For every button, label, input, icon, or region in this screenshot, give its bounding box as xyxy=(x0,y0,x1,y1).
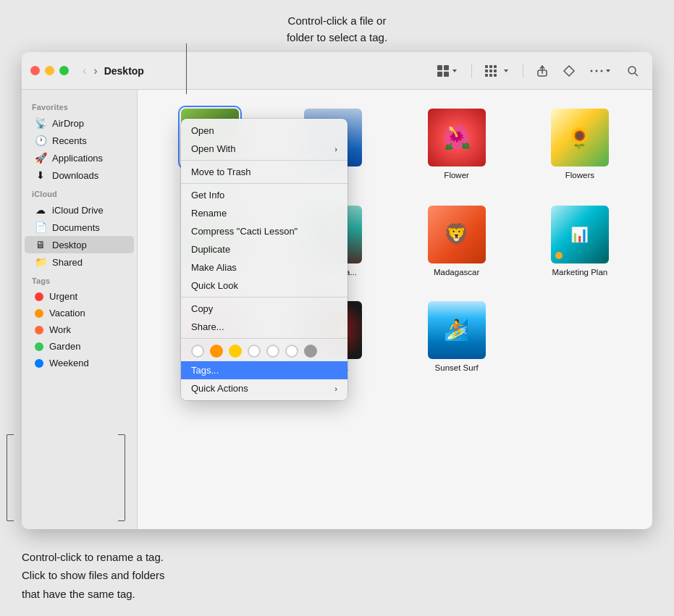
more-button[interactable] xyxy=(586,64,616,77)
svg-rect-11 xyxy=(485,74,488,77)
file-area: 🌵 Cacti L... DISTRICT📋 🌺 Flower xyxy=(138,90,652,529)
svg-marker-14 xyxy=(504,69,508,72)
tag-color-none[interactable] xyxy=(191,345,204,358)
menu-item-copy[interactable]: Copy xyxy=(181,300,347,318)
menu-item-duplicate[interactable]: Duplicate xyxy=(181,240,347,258)
toolbar-divider-2 xyxy=(523,64,523,78)
tags-label: Tags xyxy=(22,271,137,288)
file-name-flower: Flower xyxy=(444,170,469,181)
file-item-flowers[interactable]: 🌻 Flowers xyxy=(522,104,638,187)
menu-item-make-alias[interactable]: Make Alias xyxy=(181,258,347,277)
sidebar-item-label: Shared xyxy=(52,257,83,268)
file-thumb-sunset: 🏄 xyxy=(428,301,486,359)
tag-colors-row xyxy=(181,341,347,361)
view-grid-button[interactable] xyxy=(432,62,463,80)
menu-item-quick-look[interactable]: Quick Look xyxy=(181,277,347,295)
back-button[interactable]: ‹ xyxy=(79,63,90,79)
sidebar-item-recents[interactable]: 🕐 Recents xyxy=(25,132,134,149)
file-name-marketing: Marketing Plan xyxy=(552,267,608,278)
file-item-sunset[interactable]: 🏄 Sunset Surf xyxy=(399,297,515,378)
weekend-tag-dot xyxy=(35,359,43,368)
finder-window: ‹ › Desktop xyxy=(22,52,652,529)
tag-color-yellow[interactable] xyxy=(229,345,242,358)
open-with-arrow: › xyxy=(334,145,337,153)
svg-rect-9 xyxy=(489,69,492,72)
sidebar-item-applications[interactable]: 🚀 Applications xyxy=(25,149,134,166)
toolbar-divider-1 xyxy=(471,64,472,78)
menu-item-share[interactable]: Share... xyxy=(181,318,347,336)
sidebar-item-label: iCloud Drive xyxy=(52,205,104,216)
menu-item-compress[interactable]: Compress "Cacti Lesson" xyxy=(181,222,347,240)
downloads-icon: ⬇ xyxy=(35,169,46,181)
tag-button[interactable] xyxy=(558,62,580,80)
sidebar-item-desktop[interactable]: 🖥 Desktop xyxy=(25,236,134,253)
file-item-marketing[interactable]: 📊 Marketing Plan xyxy=(522,201,638,282)
file-name-sunset: Sunset Surf xyxy=(435,363,479,374)
minimize-button[interactable] xyxy=(45,66,54,75)
menu-item-open[interactable]: Open xyxy=(181,122,347,140)
sidebar-item-tag-garden[interactable]: Garden xyxy=(25,338,134,355)
context-menu: Open Open With › Move to Trash Get Info … xyxy=(181,119,347,400)
svg-rect-13 xyxy=(494,74,497,77)
sidebar-item-label: Applications xyxy=(52,153,103,164)
airdrop-icon: 📡 xyxy=(35,117,46,129)
toolbar-right xyxy=(432,62,644,80)
sidebar-item-tag-urgent[interactable]: Urgent xyxy=(25,288,134,305)
sidebar-item-label: Documents xyxy=(52,222,100,233)
file-thumb-flower: 🌺 xyxy=(428,109,486,166)
desktop-icon: 🖥 xyxy=(35,239,46,250)
close-button[interactable] xyxy=(30,66,40,75)
sidebar-item-airdrop[interactable]: 📡 AirDrop xyxy=(25,114,134,132)
svg-point-19 xyxy=(601,69,603,72)
sidebar-item-icloud-drive[interactable]: ☁ iCloud Drive xyxy=(25,201,134,219)
bracket-left xyxy=(7,434,14,521)
menu-item-move-trash[interactable]: Move to Trash xyxy=(181,163,347,181)
share-button[interactable] xyxy=(532,62,552,80)
sidebar-item-tag-vacation[interactable]: Vacation xyxy=(25,305,134,321)
tag-color-empty-3[interactable] xyxy=(266,345,279,358)
separator-4 xyxy=(181,338,347,339)
svg-rect-3 xyxy=(444,72,449,77)
sidebar-item-tag-weekend[interactable]: Weekend xyxy=(25,355,134,371)
svg-rect-10 xyxy=(494,69,497,72)
vacation-tag-dot xyxy=(35,309,43,318)
tag-color-gray[interactable] xyxy=(304,345,317,358)
separator-3 xyxy=(181,297,347,298)
menu-item-quick-actions[interactable]: Quick Actions › xyxy=(181,379,347,397)
sidebar-item-label: Work xyxy=(49,324,71,335)
recents-icon: 🕐 xyxy=(35,135,46,146)
menu-item-rename[interactable]: Rename xyxy=(181,204,347,222)
finder-body: Favorites 📡 AirDrop 🕐 Recents 🚀 Applicat… xyxy=(22,90,652,529)
svg-point-21 xyxy=(628,67,636,74)
sidebar-item-tag-work[interactable]: Work xyxy=(25,321,134,338)
sidebar-item-downloads[interactable]: ⬇ Downloads xyxy=(25,166,134,184)
svg-rect-1 xyxy=(444,65,449,70)
sidebar-item-shared[interactable]: 📁 Shared xyxy=(25,253,134,271)
marketing-dot xyxy=(555,252,563,259)
annotation-line xyxy=(186,43,187,94)
sidebar-item-label: Downloads xyxy=(52,170,98,181)
separator-1 xyxy=(181,160,347,161)
sidebar-item-label: Weekend xyxy=(49,358,89,368)
sidebar-item-documents[interactable]: 📄 Documents xyxy=(25,219,134,236)
file-thumb-marketing: 📊 xyxy=(551,206,609,263)
menu-item-get-info[interactable]: Get Info xyxy=(181,186,347,204)
tag-color-empty-2[interactable] xyxy=(248,345,261,358)
maximize-button[interactable] xyxy=(59,66,69,75)
icloud-label: iCloud xyxy=(22,184,137,201)
separator-2 xyxy=(181,183,347,184)
tag-color-empty-4[interactable] xyxy=(285,345,298,358)
search-button[interactable] xyxy=(622,62,644,80)
menu-item-open-with[interactable]: Open With › xyxy=(181,140,347,158)
file-item-madagascar[interactable]: 🦁 Madagascar xyxy=(399,201,515,282)
forward-button[interactable]: › xyxy=(90,63,101,79)
icloud-drive-icon: ☁ xyxy=(35,204,46,216)
svg-point-18 xyxy=(596,69,598,72)
work-tag-dot xyxy=(35,326,43,334)
menu-item-tags[interactable]: Tags... xyxy=(181,361,347,379)
sidebar-item-label: Vacation xyxy=(49,308,85,318)
tag-color-orange[interactable] xyxy=(210,345,223,358)
view-list-button[interactable] xyxy=(481,62,514,80)
urgent-tag-dot xyxy=(35,292,43,301)
file-item-flower[interactable]: 🌺 Flower xyxy=(399,104,515,187)
